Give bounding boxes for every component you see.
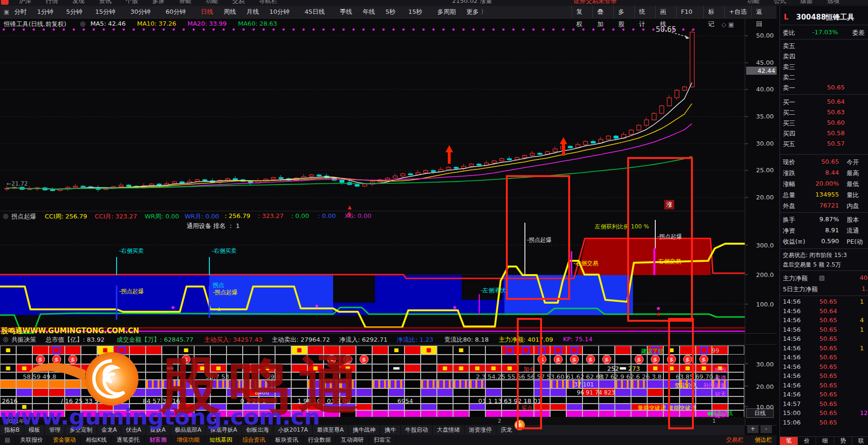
heatmap-cell[interactable] <box>32 404 49 410</box>
heatmap-cell[interactable] <box>178 380 194 388</box>
heatmap-cell[interactable] <box>243 346 259 355</box>
heatmap-cell[interactable]: 多 <box>582 355 599 364</box>
list-icon[interactable]: ▤ <box>819 274 825 281</box>
tick-time[interactable]: 14:56 <box>783 372 800 379</box>
heatmap-cell[interactable] <box>340 364 356 372</box>
heatmap-cell[interactable] <box>291 380 307 388</box>
quote-tab-价[interactable]: 价 <box>798 437 816 445</box>
heatmap-cell[interactable]: 多 <box>324 355 340 364</box>
heatmap-cell[interactable] <box>469 364 485 372</box>
heatmap-cell[interactable] <box>113 404 129 410</box>
heatmap-cell[interactable] <box>227 404 243 410</box>
heatmap-cell[interactable] <box>275 364 291 372</box>
function-tab-财富圈[interactable]: 财富圈 <box>145 435 172 445</box>
heatmap-cell[interactable] <box>227 380 243 388</box>
heatmap-cell[interactable] <box>728 396 744 404</box>
main-net-5d-label[interactable]: 5日主力净额 <box>783 285 818 294</box>
heatmap-cell[interactable] <box>259 346 275 355</box>
industry-rank-label[interactable]: 通用设备 排名 ： 1 <box>187 223 240 229</box>
heatmap-cell[interactable] <box>291 364 307 372</box>
heatmap-cell[interactable] <box>113 346 129 355</box>
top-menu-right-item[interactable]: 版面 <box>800 0 813 5</box>
heatmap-cell[interactable] <box>275 355 291 364</box>
heatmap-cell[interactable] <box>647 388 663 396</box>
heatmap-cell[interactable] <box>550 388 566 396</box>
heatmap-cell[interactable] <box>340 380 356 388</box>
heatmap-cell[interactable] <box>210 346 227 355</box>
heatmap-cell[interactable] <box>129 404 146 410</box>
heatmap-cell[interactable] <box>97 388 113 396</box>
heatmap-cell[interactable] <box>129 346 146 355</box>
heatmap-cell[interactable] <box>129 388 146 396</box>
heatmap-cell[interactable] <box>49 380 65 388</box>
heatmap-cell[interactable] <box>49 404 65 410</box>
heatmap-cell[interactable]: 多 <box>696 355 712 364</box>
heatmap-cell[interactable] <box>146 404 162 410</box>
heatmap-cell[interactable]: 多 <box>65 355 81 364</box>
tick-time[interactable]: 14:56 <box>783 382 800 389</box>
tick-time[interactable]: 14:56 <box>783 307 800 315</box>
heatmap-cell[interactable] <box>340 346 356 355</box>
heatmap-cell[interactable] <box>372 404 388 410</box>
strategy-tab-小妖2017A[interactable]: 小妖2017A <box>274 425 313 435</box>
heatmap-cell[interactable] <box>582 396 599 404</box>
top-menu-right-item[interactable]: 选项 <box>827 0 839 5</box>
strategy-tab-牛股启动[interactable]: 牛股启动 <box>401 425 433 435</box>
stock-code[interactable]: 300488 <box>796 13 826 21</box>
heatmap-cell[interactable] <box>728 346 744 355</box>
heatmap-cell[interactable] <box>0 364 16 372</box>
heatmap-cell[interactable] <box>550 346 566 355</box>
heatmap-cell[interactable] <box>340 372 356 380</box>
heatmap-cell[interactable] <box>307 404 324 410</box>
heatmap-cell[interactable] <box>356 396 372 404</box>
strategy-tab-擒牛[interactable]: 擒牛 <box>380 425 401 435</box>
heatmap-cell[interactable] <box>16 364 32 372</box>
heatmap-cell[interactable] <box>81 346 97 355</box>
heatmap-cell[interactable] <box>453 380 469 388</box>
heatmap-cell[interactable] <box>178 396 194 404</box>
tick-time[interactable]: 14:56 <box>783 298 800 305</box>
heatmap-cell[interactable] <box>566 404 582 410</box>
heatmap-cell[interactable] <box>453 355 469 364</box>
heatmap-cell[interactable] <box>728 364 744 372</box>
heatmap-cell[interactable] <box>712 355 728 364</box>
corner-toggle-侧边栏[interactable]: 侧边栏 <box>750 435 777 445</box>
heatmap-cell[interactable] <box>194 388 210 396</box>
heatmap-cell[interactable] <box>502 388 518 396</box>
heatmap-cell[interactable] <box>437 396 453 404</box>
panel-list-icon[interactable]: ▤ <box>0 435 15 445</box>
heatmap-cell[interactable] <box>485 355 502 364</box>
heatmap-cell[interactable] <box>599 380 615 388</box>
heatmap-cell[interactable] <box>146 388 162 396</box>
function-tab-互动调研[interactable]: 互动调研 <box>336 435 369 445</box>
heatmap-cell[interactable] <box>582 364 599 372</box>
heatmap-cell[interactable] <box>437 346 453 355</box>
ladder-price[interactable]: 50.65 <box>813 84 845 91</box>
heatmap-cell[interactable] <box>421 346 437 355</box>
strategy-tab-极品底部A[interactable]: 极品底部A <box>170 425 206 435</box>
heatmap-cell[interactable] <box>178 388 194 396</box>
heatmap-cell[interactable] <box>502 380 518 388</box>
heatmap-cell[interactable] <box>16 355 32 364</box>
function-tab-板块资讯[interactable]: 板块资讯 <box>270 435 303 445</box>
heatmap-cell[interactable] <box>97 346 113 355</box>
ladder-price[interactable]: 50.57 <box>813 140 845 147</box>
heatmap-cell[interactable] <box>113 364 129 372</box>
heatmap-cell[interactable] <box>49 346 65 355</box>
heatmap-cell[interactable] <box>356 380 372 388</box>
strategy-tab-大盘情绪[interactable]: 大盘情绪 <box>433 425 464 435</box>
heatmap-cell[interactable] <box>146 346 162 355</box>
heatmap-cell[interactable]: 多 <box>631 355 647 364</box>
heatmap-cell[interactable] <box>453 364 469 372</box>
heatmap-cell[interactable] <box>113 396 129 404</box>
heatmap-cell[interactable] <box>696 364 712 372</box>
heatmap-cell[interactable] <box>324 346 340 355</box>
heatmap-cell[interactable] <box>162 346 178 355</box>
heatmap-cell[interactable] <box>65 346 81 355</box>
heatmap-cell[interactable] <box>469 346 485 355</box>
heatmap-cell[interactable] <box>356 346 372 355</box>
heatmap-cell[interactable]: 多 <box>550 355 566 364</box>
heatmap-cell[interactable] <box>97 380 113 388</box>
heatmap-cell[interactable] <box>324 364 340 372</box>
heatmap-cell[interactable] <box>162 380 178 388</box>
